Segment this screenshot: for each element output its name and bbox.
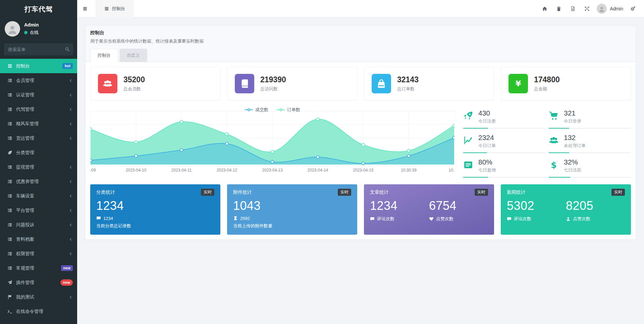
sidebar-item[interactable]: 认证管理 [0,88,77,102]
legend-item[interactable]: 成交数 [245,107,268,113]
sidebar-item[interactable]: 在线命令管理 [0,304,77,319]
user-icon [566,217,571,221]
sidebar-item[interactable]: 控制台hot [0,59,77,73]
list-icon [7,179,12,184]
quick-stat: 80% 七日新增 [463,157,545,178]
users-icon [549,135,559,145]
chevron-left-icon [69,237,73,241]
hamburger-button[interactable] [77,0,93,17]
sidebar-item[interactable]: 权限管理 [0,246,77,261]
stat-card-row: 35200 总会员数 219390 总访问数 32143 总订单数 ¥ 1748… [90,67,631,100]
summary-card-columns: 1234 评论次数 6754 点赞次数 [370,199,488,222]
chart-icon [463,135,473,145]
summary-card-row: 分类统计 实时 1234 1234当前分类总记录数附件统计 实时 1043 25… [90,184,631,235]
summary-metric-label: 2592 [240,216,250,221]
quick-stat-label: 今日注册 [478,118,496,124]
sidebar-item[interactable]: 代驾管理 [0,102,77,117]
search-icon[interactable] [65,47,70,52]
sidebar-item[interactable]: 资料档案 [0,232,77,246]
expand-button[interactable] [580,0,594,17]
svg-text:$: $ [551,160,556,170]
chevron-left-icon [69,136,73,140]
sidebar: 打车代驾 Admin 在线 控制台hot会员管理认证管理代驾管理顺风车管理货运管… [0,0,77,324]
stat-label: 总金额 [534,86,560,92]
svg-text:2023-04-11: 2023-04-11 [171,168,192,173]
chevron-left-icon [69,107,73,111]
realtime-badge: 实时 [475,189,488,196]
sidebar-item[interactable]: 会员管理 [0,73,77,88]
chevron-left-icon [69,165,73,169]
chevron-left-icon [69,209,73,213]
sidebar-item[interactable]: 问题投诉 [0,218,77,232]
expand-icon [584,6,590,11]
legend-marker-icon [276,109,285,110]
chevron-left-icon [69,223,73,227]
topbar-user[interactable]: Admin [597,4,623,14]
topbar-tab-label: 控制台 [112,6,125,12]
stat-value: 32143 [397,75,419,84]
hamburger-icon [82,6,88,11]
quick-stat-label: 今日登录 [564,118,581,124]
sidebar-item[interactable]: 顺风车管理 [0,117,77,131]
sidebar-item-label: 控制台 [16,63,62,69]
sidebar-item[interactable]: 插件管理new [0,275,77,290]
quick-stat-label: 未处理订单 [564,143,586,149]
tab-console[interactable]: 控制台 [90,49,118,62]
summary-value: 1043 [233,199,351,213]
user-name: Admin [24,22,39,28]
sidebar-item[interactable]: 车辆设置 [0,189,77,203]
bars-icon [104,6,109,11]
settings-button[interactable] [626,0,640,17]
trash-button[interactable] [552,0,566,17]
sidebar-item-label: 代驾管理 [16,106,69,112]
comment-icon [507,217,512,221]
topbar-tab-console[interactable]: 控制台 [96,0,133,17]
sidebar-item[interactable]: 常规管理new [0,261,77,275]
stat-card: ¥ 174800 总金额 [501,67,631,100]
sidebar-item-label: 认证管理 [16,92,69,98]
heart-icon [429,217,434,221]
sidebar-item[interactable]: 优惠券管理 [0,174,77,189]
topbar: 控制台 Admin [77,0,644,17]
sidebar-item[interactable]: 平台管理 [0,203,77,218]
tab-custom[interactable]: 自定义 [119,49,147,62]
summary-card-column: 8205 点赞次数 [566,199,625,222]
topbar-icon-group [538,0,594,17]
legend-item[interactable]: 订单数 [276,107,300,113]
stat-card: 35200 总会员数 [90,67,220,100]
stat-value: 174800 [534,75,560,84]
user-status: 在线 [24,30,39,36]
sidebar-menu: 控制台hot会员管理认证管理代驾管理顺风车管理货运管理分类管理提现管理优惠券管理… [0,59,77,319]
clear-cache-button[interactable] [566,0,580,17]
chart-legend[interactable]: 成交数 订单数 [90,107,454,113]
summary-metric-label: 1234 [103,216,113,221]
sidebar-item-label: 顺风车管理 [16,121,69,127]
sidebar-item-label: 平台管理 [16,207,69,214]
sidebar-item-label: 车辆设置 [16,193,69,199]
legend-label: 订单数 [287,107,300,113]
bag-icon [376,79,386,89]
quick-stat-value: 132 [564,134,586,141]
home-button[interactable] [538,0,552,17]
summary-card-column: 6754 点赞次数 [429,199,488,222]
sidebar-item[interactable]: 提现管理 [0,160,77,174]
list-icon [7,193,12,198]
hourglass-icon [233,216,238,221]
summary-metric-label: 评论次数 [377,216,394,222]
sidebar-search [4,43,73,55]
sidebar-item[interactable]: 分类管理 [0,145,77,160]
summary-card-columns: 1234 1234 [96,199,214,221]
stat-label: 总订单数 [397,86,419,92]
svg-text:2023-04-15: 2023-04-15 [353,168,374,173]
user-status-label: 在线 [30,30,39,36]
cart-icon [549,111,559,121]
quick-stats-grid: 430 今日注册 321 今日登录 2324 今日订单 132 未处理订单 80… [463,106,631,178]
legend-marker-icon [245,109,253,110]
summary-card-column: 5302 评论次数 [507,199,566,222]
search-input[interactable] [4,43,73,55]
sidebar-item[interactable]: 货运管理 [0,131,77,145]
orders-chart[interactable]: 成交数 订单数 04-092023-04-102023-04-112023-04… [90,106,454,176]
sidebar-item[interactable]: 我的测试 [0,290,77,304]
summary-card-title: 附件统计 [233,189,252,195]
new-badge: new [60,279,73,286]
